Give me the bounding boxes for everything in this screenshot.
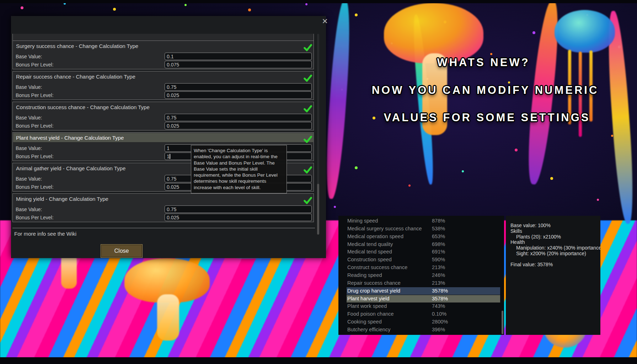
stat-row[interactable]: Drug crop harvest yield 3578% (347, 287, 500, 295)
settings-section: Repair success chance - Change Calculati… (12, 71, 314, 100)
bonus-per-level-input[interactable] (165, 61, 312, 68)
settings-section: Surgery success chance - Change Calculat… (12, 41, 314, 69)
base-value-label: Base Value: (16, 115, 42, 121)
enabled-checkmark-icon[interactable] (303, 104, 312, 113)
breakdown-line: Final value: 3578% (510, 262, 600, 268)
stat-label: Medical operation speed (347, 234, 403, 239)
stat-row[interactable]: Cooking speed 2800% (338, 318, 504, 326)
stat-value: 538% (432, 226, 445, 231)
bonus-per-level-input[interactable] (165, 91, 312, 99)
stat-row[interactable]: Medical tend speed 691% (338, 248, 504, 256)
base-value-label: Base Value: (16, 84, 42, 90)
tooltip-line: increase with each level of skill. (194, 184, 284, 191)
dialog-scrollbar-thumb[interactable] (317, 184, 319, 235)
stat-value: 213% (432, 264, 445, 270)
breakdown-line (510, 257, 600, 262)
breakdown-line: Skills (510, 229, 600, 234)
stat-label: Construction speed (347, 257, 392, 262)
breakdown-line: Manipulation: x240% (30% importance) (510, 245, 600, 251)
base-value-input[interactable] (165, 114, 312, 121)
stat-label: Medical surgery success chance (347, 226, 422, 231)
base-value-row: Base Value: (13, 83, 314, 91)
stat-value: 2800% (432, 319, 448, 325)
stat-label: Medical tend quality (347, 241, 393, 247)
base-value-label: Base Value: (16, 207, 42, 212)
text-cursor (170, 154, 170, 159)
stat-row[interactable]: Medical surgery success chance 538% (338, 225, 504, 232)
breakdown-line: Base value: 100% (510, 223, 600, 229)
promo-line-2: NOW YOU CAN MODIFY NUMERIC (359, 84, 611, 97)
section-header: Plant harvest yield - Change Calculation… (13, 133, 313, 142)
base-value-label: Base Value: (16, 145, 42, 151)
stat-label: Plant work speed (347, 303, 387, 309)
section-title: Repair success chance - Change Calculati… (16, 74, 135, 80)
bonus-per-level-label: Bonus Per Level: (16, 62, 54, 68)
base-value-label: Base Value: (16, 176, 42, 182)
base-value-row: Base Value: (13, 114, 314, 122)
settings-section: Mining yield - Change Calculation Type B… (12, 193, 314, 222)
stat-row[interactable]: Construct success chance 213% (338, 264, 504, 271)
settings-scroll-area: Surgery success chance - Change Calculat… (11, 34, 321, 226)
screen: WHATS NEW? NOW YOU CAN MODIFY NUMERIC VA… (0, 0, 637, 364)
stat-row[interactable]: Medical operation speed 653% (338, 233, 504, 240)
breakdown-line: Health (510, 240, 600, 245)
calculation-type-tooltip: When 'Change Calculation Type' isenabled… (191, 145, 287, 193)
stat-row[interactable]: Reading speed 246% (338, 272, 504, 279)
stat-value: 878% (432, 218, 445, 224)
stat-row[interactable]: Construction speed 590% (338, 256, 504, 263)
bonus-per-level-row: Bonus Per Level: (13, 122, 314, 130)
tooltip-line: Base Value and Bonus Per Level. The (194, 160, 284, 166)
promo-line-1: WHATS NEW? (391, 56, 576, 69)
stat-label: Reading speed (347, 272, 382, 278)
stat-label: Cooking speed (347, 319, 382, 325)
footer-divider (12, 228, 315, 228)
tooltip-line: enabled, you can adjust in real-time the (194, 154, 284, 160)
breakdown-line: Plants (20): x2100% (510, 234, 600, 240)
stat-value: 0.10% (432, 311, 446, 317)
base-value-row: Base Value: (13, 53, 314, 60)
base-value-input[interactable] (165, 83, 312, 91)
settings-section: Construction success chance - Change Cal… (12, 102, 314, 130)
stat-breakdown-panel: Base value: 100%SkillsPlants (20): x2100… (506, 216, 600, 335)
bonus-per-level-row: Bonus Per Level: (13, 61, 314, 69)
close-x-icon[interactable]: ✕ (319, 16, 331, 27)
top-letterbox-bar (0, 0, 637, 3)
section-header: Repair success chance - Change Calculati… (13, 72, 313, 81)
base-value-input[interactable] (165, 53, 312, 60)
stat-row[interactable]: Repair success chance 213% (338, 279, 504, 287)
section-title: Mining yield - Change Calculation Type (16, 196, 108, 202)
stat-value: 246% (432, 272, 445, 278)
stat-row[interactable]: Medical tend quality 698% (338, 241, 504, 248)
enabled-checkmark-icon[interactable] (303, 43, 312, 52)
stat-row[interactable]: Butchery efficiency 396% (338, 326, 504, 333)
stat-row[interactable]: Mining speed 878% (338, 217, 504, 225)
bonus-per-level-input[interactable] (165, 122, 312, 129)
base-value-input[interactable] (165, 205, 312, 213)
close-button[interactable]: Close (101, 244, 143, 258)
mushroom-stem-art (157, 294, 179, 341)
section-header: Construction success chance - Change Cal… (13, 102, 313, 112)
stat-label: Drug crop harvest yield (347, 288, 400, 294)
tooltip-line: When 'Change Calculation Type' is (194, 148, 284, 154)
stat-label: Butchery efficiency (347, 327, 390, 332)
dialog-scrollbar-track[interactable] (317, 34, 319, 235)
stat-row[interactable]: Plant work speed 743% (338, 303, 504, 310)
stat-row[interactable]: Food poison chance 0.10% (338, 310, 504, 318)
stat-value: 3578% (432, 296, 448, 301)
stat-label: Repair success chance (347, 280, 401, 286)
enabled-checkmark-icon[interactable] (303, 74, 312, 83)
stat-label: Food poison chance (347, 311, 394, 317)
stat-label: Medical tend speed (347, 249, 392, 255)
enabled-checkmark-icon[interactable] (303, 196, 312, 205)
bonus-per-level-row: Bonus Per Level: (13, 214, 314, 221)
enabled-checkmark-icon[interactable] (303, 135, 312, 144)
stat-row[interactable]: Plant harvest yield 3578% (347, 295, 500, 303)
section-title: Animal gather yield - Change Calculation… (16, 165, 125, 171)
base-value-row: Base Value: (13, 205, 314, 213)
stat-value: 653% (432, 234, 445, 239)
jellyfish-art (555, 10, 615, 53)
stat-label: Mining speed (347, 218, 378, 224)
enabled-checkmark-icon[interactable] (303, 165, 312, 175)
bonus-per-level-input[interactable] (165, 214, 312, 221)
stat-label: Plant harvest yield (347, 296, 389, 301)
